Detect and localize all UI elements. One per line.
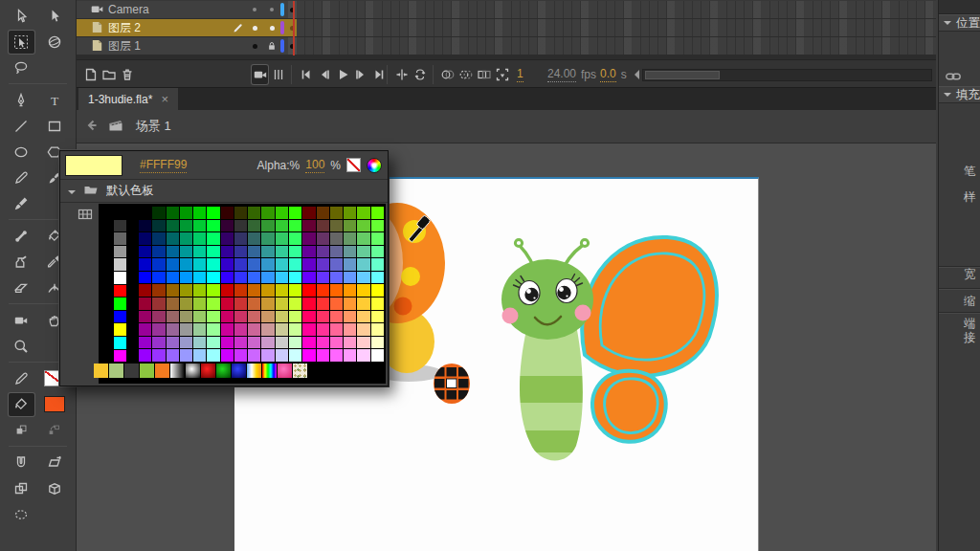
swatch-cell[interactable] (221, 246, 234, 258)
layer-dot-white[interactable] (246, 26, 263, 31)
swatch-cell[interactable] (221, 311, 234, 323)
swatch-cell[interactable] (371, 246, 384, 258)
swatch-cell[interactable] (114, 323, 126, 336)
swatch-cell[interactable] (193, 246, 206, 258)
swatch-cell[interactable] (302, 232, 315, 245)
section-position[interactable]: 位置 (939, 14, 980, 32)
swatch-cell[interactable] (317, 311, 329, 323)
swatch-cell[interactable] (261, 311, 274, 323)
swatch-cell[interactable] (207, 246, 219, 258)
swatch-cell[interactable] (302, 298, 315, 310)
swatch-cell[interactable] (330, 337, 343, 349)
swatch-cell[interactable] (289, 220, 301, 232)
fill-color-bucket[interactable] (9, 393, 34, 416)
swatch-cell[interactable] (371, 298, 384, 310)
swatch-cell[interactable] (317, 232, 329, 245)
color-wheel-icon[interactable] (367, 158, 382, 173)
swatch-cell[interactable] (289, 323, 301, 336)
linear-swatch[interactable] (247, 364, 261, 378)
swatch-cell[interactable] (139, 298, 151, 310)
swatch-cell[interactable] (152, 272, 165, 284)
swatch-cell[interactable] (167, 258, 179, 271)
swatch-cell[interactable] (167, 298, 179, 310)
swatch-cell[interactable] (193, 207, 206, 219)
text-tool[interactable]: T (41, 89, 67, 112)
swatch-cell[interactable] (248, 311, 260, 323)
linear-swatch[interactable] (262, 364, 277, 378)
swatch-cell[interactable] (180, 337, 192, 349)
swatch-cell[interactable] (371, 207, 384, 219)
swatch-cell[interactable] (330, 311, 343, 323)
swatch-cell[interactable] (180, 272, 192, 284)
swatch-cell[interactable] (344, 220, 356, 232)
current-frame[interactable]: 1 (517, 64, 523, 85)
stroke-color-pencil[interactable] (9, 367, 34, 390)
swatch-cell[interactable] (371, 323, 384, 336)
swatch-cell[interactable] (289, 272, 301, 284)
solid-swatch[interactable] (124, 364, 139, 378)
swatch-cell[interactable] (371, 272, 384, 284)
swatch-cell[interactable] (302, 220, 315, 232)
swatch-cell[interactable] (114, 220, 126, 232)
swatch-cell[interactable] (139, 337, 151, 349)
camera-tool[interactable] (9, 309, 34, 332)
frame-rate[interactable]: 24.00 fps (547, 64, 596, 85)
swatch-cell[interactable] (193, 220, 206, 232)
swatch-cell[interactable] (180, 284, 192, 297)
swatch-cell[interactable] (207, 284, 219, 297)
onion-outline-button[interactable] (457, 65, 474, 84)
swatch-cell[interactable] (344, 207, 356, 219)
timeline-scrollbar[interactable] (630, 68, 932, 81)
swatch-cell[interactable] (261, 232, 274, 245)
swatch-cell[interactable] (221, 232, 234, 245)
lasso-tool[interactable] (9, 56, 34, 79)
scroll-left-icon[interactable] (630, 70, 639, 79)
swatch-cell[interactable] (248, 284, 260, 297)
swatch-cell[interactable] (357, 349, 369, 362)
pen-tool[interactable] (9, 89, 34, 112)
bone-tool[interactable] (9, 225, 34, 248)
swatch-cell[interactable] (289, 337, 301, 349)
scrollbar-thumb[interactable] (645, 71, 720, 79)
swatch-cell[interactable] (289, 207, 301, 219)
swatch-cell[interactable] (357, 272, 369, 284)
ink-bottle-tool[interactable] (9, 251, 34, 274)
swatch-cell[interactable] (167, 232, 179, 245)
swatch-cell[interactable] (357, 298, 369, 310)
swatch-cell[interactable] (302, 311, 315, 323)
swatch-cell[interactable] (357, 311, 369, 323)
swatch-cell[interactable] (276, 258, 288, 271)
frame-row[interactable] (288, 1, 936, 19)
no-color-icon[interactable] (346, 158, 361, 172)
swatch-cell[interactable] (302, 337, 315, 349)
swatch-cell[interactable] (330, 220, 343, 232)
swatch-cell[interactable] (330, 349, 343, 362)
swatch-cell[interactable] (234, 298, 247, 310)
goto-first-button[interactable] (298, 65, 314, 84)
swatch-cell[interactable] (114, 272, 126, 284)
default-colors[interactable] (9, 419, 34, 442)
layer-dot-grey[interactable] (246, 8, 263, 11)
swatch-cell[interactable] (114, 337, 126, 349)
swatch-cell[interactable] (302, 349, 315, 362)
swatch-cell[interactable] (139, 246, 151, 258)
swatch-cell[interactable] (344, 284, 356, 297)
swatch-cell[interactable] (167, 284, 179, 297)
swatch-cell[interactable] (276, 323, 288, 336)
swatch-cell[interactable] (357, 220, 369, 232)
swatch-cell[interactable] (344, 272, 356, 284)
butterfly-artwork[interactable] (501, 237, 717, 472)
swatch-cell[interactable] (371, 311, 384, 323)
swatch-cell[interactable] (221, 207, 234, 219)
swatch-cell[interactable] (114, 258, 126, 271)
swatch-cell[interactable] (221, 323, 234, 336)
radial-swatch[interactable] (278, 364, 292, 378)
new-folder-button[interactable] (100, 65, 117, 84)
swatch-cell[interactable] (330, 246, 343, 258)
eraser-tool[interactable] (9, 276, 34, 299)
selection-tool[interactable] (9, 5, 34, 28)
swatch-cell[interactable] (330, 207, 343, 219)
free-transform-option[interactable] (41, 452, 67, 474)
play-button[interactable] (334, 65, 350, 84)
swatch-cell[interactable] (357, 232, 369, 245)
